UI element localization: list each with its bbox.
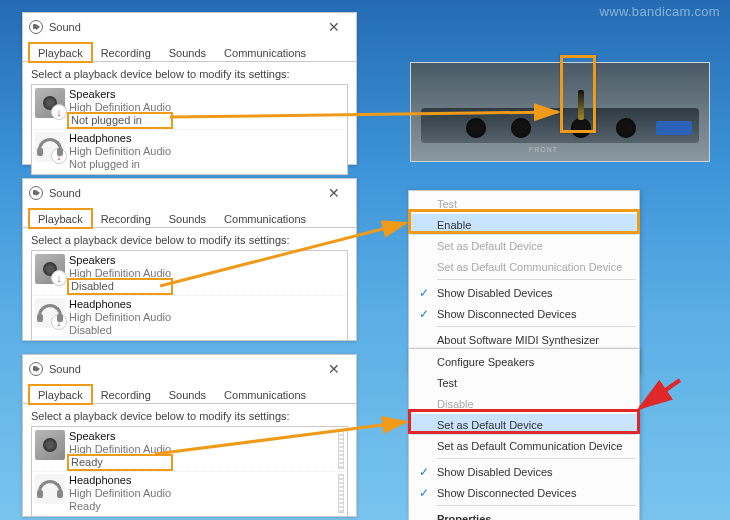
- separator: [437, 279, 636, 280]
- level-meter: [338, 474, 344, 513]
- tabs: Playback Recording Sounds Communications: [23, 381, 356, 403]
- level-meter: [338, 430, 344, 469]
- headphone-port-icon: [571, 118, 591, 138]
- menu-item-show-disconnected[interactable]: ✓ Show Disconnected Devices: [411, 303, 637, 324]
- front-label: FRONT: [529, 146, 558, 153]
- red-arrow-icon: [640, 380, 680, 408]
- tab-playback[interactable]: Playback: [29, 43, 92, 62]
- port-icon: [466, 118, 486, 138]
- speaker-device-icon: ↓: [35, 254, 65, 284]
- sound-dialog-3: Sound ✕ Playback Recording Sounds Commun…: [22, 354, 357, 517]
- menu-item-label: Show Disabled Devices: [437, 466, 553, 478]
- device-item-headphones[interactable]: Headphones High Definition Audio Ready: [33, 471, 346, 515]
- context-menu-2: Configure Speakers Test Disable Set as D…: [408, 348, 640, 520]
- check-icon: ✓: [417, 465, 431, 479]
- menu-item-test[interactable]: Test: [411, 372, 637, 393]
- tab-body: Select a playback device below to modify…: [23, 61, 356, 179]
- menu-item-show-disabled[interactable]: ✓ Show Disabled Devices: [411, 282, 637, 303]
- menu-item-label: Show Disconnected Devices: [437, 487, 576, 499]
- device-item-speakers[interactable]: ↓ Speakers High Definition Audio Not plu…: [33, 86, 346, 129]
- instruction: Select a playback device below to modify…: [31, 234, 348, 246]
- check-icon: ✓: [417, 307, 431, 321]
- headphones-device-icon: ↓: [35, 298, 65, 328]
- check-icon: ✓: [417, 286, 431, 300]
- menu-item-label: Show Disabled Devices: [437, 287, 553, 299]
- tabs: Playback Recording Sounds Communications: [23, 39, 356, 61]
- device-driver: High Definition Audio: [69, 443, 171, 456]
- menu-item-set-default[interactable]: Set as Default Device: [411, 235, 637, 256]
- close-button[interactable]: ✕: [318, 17, 350, 37]
- sound-dialog-2: Sound ✕ Playback Recording Sounds Commun…: [22, 178, 357, 341]
- tab-sounds[interactable]: Sounds: [160, 209, 215, 228]
- headphones-device-icon: [35, 474, 65, 504]
- tab-communications[interactable]: Communications: [215, 209, 315, 228]
- tab-body: Select a playback device below to modify…: [23, 403, 356, 517]
- instruction: Select a playback device below to modify…: [31, 410, 348, 422]
- speaker-device-icon: [35, 430, 65, 460]
- separator: [437, 505, 636, 506]
- audio-port-photo: FRONT: [410, 62, 710, 162]
- tab-sounds[interactable]: Sounds: [160, 385, 215, 404]
- tab-playback[interactable]: Playback: [29, 385, 92, 404]
- speaker-icon: [29, 186, 43, 200]
- device-status: Ready: [69, 500, 171, 513]
- device-name: Speakers: [69, 430, 171, 443]
- device-driver: High Definition Audio: [69, 145, 171, 158]
- device-driver: High Definition Audio: [69, 101, 171, 114]
- device-status: Not plugged in: [69, 158, 171, 171]
- instruction: Select a playback device below to modify…: [31, 68, 348, 80]
- menu-item-set-default[interactable]: Set as Default Device: [411, 414, 637, 435]
- menu-item-show-disconnected[interactable]: ✓ Show Disconnected Devices: [411, 482, 637, 503]
- close-button[interactable]: ✕: [318, 359, 350, 379]
- tab-body: Select a playback device below to modify…: [23, 227, 356, 345]
- menu-item-enable[interactable]: Enable: [411, 214, 637, 235]
- tab-recording[interactable]: Recording: [92, 385, 160, 404]
- headphones-device-icon: ↓: [35, 132, 65, 162]
- window-title: Sound: [49, 187, 318, 199]
- close-button[interactable]: ✕: [318, 183, 350, 203]
- device-item-headphones[interactable]: ↓ Headphones High Definition Audio Not p…: [33, 129, 346, 173]
- tab-recording[interactable]: Recording: [92, 209, 160, 228]
- device-list: ↓ Speakers High Definition Audio Not plu…: [31, 84, 348, 175]
- device-status: Not plugged in: [69, 114, 171, 127]
- sound-dialog-1: Sound ✕ Playback Recording Sounds Commun…: [22, 12, 357, 165]
- device-name: Headphones: [69, 132, 171, 145]
- tab-sounds[interactable]: Sounds: [160, 43, 215, 62]
- device-status: Disabled: [69, 280, 171, 293]
- device-item-headphones[interactable]: ↓ Headphones High Definition Audio Disab…: [33, 295, 346, 339]
- tab-communications[interactable]: Communications: [215, 385, 315, 404]
- tab-communications[interactable]: Communications: [215, 43, 315, 62]
- menu-item-set-comm[interactable]: Set as Default Communication Device: [411, 256, 637, 277]
- titlebar: Sound ✕: [23, 13, 356, 39]
- device-driver: High Definition Audio: [69, 267, 171, 280]
- device-name: Headphones: [69, 298, 171, 311]
- disabled-icon: ↓: [51, 314, 67, 330]
- check-icon: ✓: [417, 486, 431, 500]
- speaker-icon: [29, 362, 43, 376]
- tab-recording[interactable]: Recording: [92, 43, 160, 62]
- window-title: Sound: [49, 363, 318, 375]
- menu-item-disable[interactable]: Disable: [411, 393, 637, 414]
- disabled-icon: ↓: [51, 270, 67, 286]
- titlebar: Sound ✕: [23, 179, 356, 205]
- separator: [437, 458, 636, 459]
- window-title: Sound: [49, 21, 318, 33]
- device-item-speakers[interactable]: Speakers High Definition Audio Ready: [33, 428, 346, 471]
- device-list: Speakers High Definition Audio Ready Hea…: [31, 426, 348, 517]
- menu-item-set-comm[interactable]: Set as Default Communication Device: [411, 435, 637, 456]
- usb-port-icon: [656, 121, 692, 135]
- menu-item-test[interactable]: Test: [411, 193, 637, 214]
- device-item-speakers[interactable]: ↓ Speakers High Definition Audio Disable…: [33, 252, 346, 295]
- tab-playback[interactable]: Playback: [29, 209, 92, 228]
- menu-item-properties[interactable]: Properties: [411, 508, 637, 520]
- device-name: Speakers: [69, 254, 171, 267]
- menu-item-midi[interactable]: About Software MIDI Synthesizer: [411, 329, 637, 350]
- port-icon: [616, 118, 636, 138]
- device-name: Headphones: [69, 474, 171, 487]
- menu-item-configure[interactable]: Configure Speakers: [411, 351, 637, 372]
- port-icon: [511, 118, 531, 138]
- watermark: www.bandicam.com: [600, 4, 720, 19]
- titlebar: Sound ✕: [23, 355, 356, 381]
- menu-item-show-disabled[interactable]: ✓ Show Disabled Devices: [411, 461, 637, 482]
- separator: [437, 326, 636, 327]
